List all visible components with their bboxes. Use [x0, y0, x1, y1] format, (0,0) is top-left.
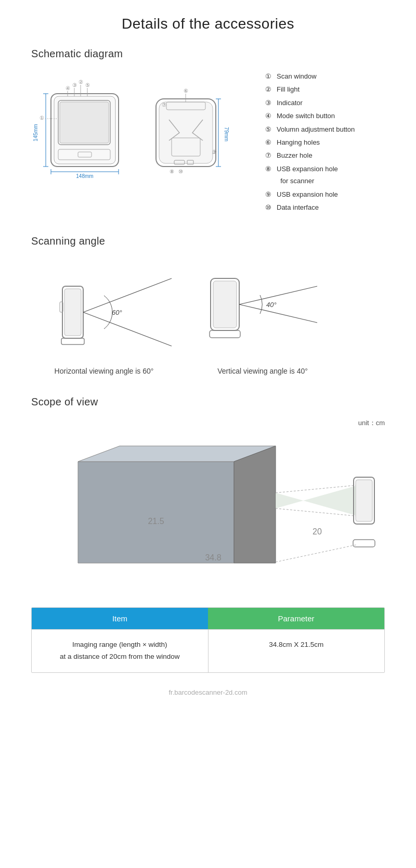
svg-text:145mm: 145mm [33, 124, 38, 141]
horizontal-angle-label: Horizontal viewing angle is 60° [55, 367, 154, 375]
svg-text:60°: 60° [112, 309, 122, 316]
device-back-view: 79mm ⑥ [146, 73, 218, 172]
svg-line-45 [83, 278, 172, 312]
front-view-svg: 145mm 148mm [31, 70, 130, 180]
svg-text:79mm: 79mm [224, 127, 229, 142]
svg-marker-56 [234, 446, 276, 563]
scope-section: Scope of view unit：cm 21.5 34.8 [31, 396, 385, 586]
horizontal-angle-item: 60° Horizontal viewing angle is 60° [31, 258, 177, 375]
part-item-10: ⑩ Data interface [265, 201, 385, 213]
part-item-7: ⑦ Buzzer hole [265, 149, 385, 161]
scope-svg: 21.5 34.8 20 [36, 430, 380, 586]
part-item-4: ④ Mode switch button [265, 110, 385, 122]
device-front-view: 145mm 148mm [31, 70, 130, 174]
part-item-2: ② Fill light [265, 83, 385, 95]
svg-line-52 [239, 304, 317, 323]
svg-text:⑦: ⑦ [162, 102, 166, 108]
table-row-1: Imaging range (length × width)at a dista… [32, 629, 384, 672]
svg-marker-54 [78, 462, 234, 563]
schematic-content: 145mm 148mm [31, 70, 385, 214]
svg-text:20: 20 [313, 527, 322, 536]
scope-title: Scope of view [31, 396, 385, 408]
schematic-title: Schematic diagram [31, 48, 385, 60]
svg-line-46 [83, 312, 172, 346]
horizontal-angle-svg: 60° [31, 258, 177, 362]
vertical-angle-item: 40° Vertical viewing angle is 40° [198, 258, 328, 375]
table-section: Item Parameter Imaging range (length × w… [31, 607, 385, 673]
back-view-svg: 79mm ⑥ [146, 73, 229, 182]
svg-line-66 [276, 545, 356, 562]
part-item-5: ⑤ Volumn adjustment button [265, 123, 385, 135]
svg-text:④: ④ [66, 85, 70, 91]
table-header-parameter: Parameter [208, 608, 384, 629]
svg-text:⑤: ⑤ [85, 82, 90, 88]
vertical-angle-label: Vertical viewing angle is 40° [217, 367, 308, 375]
data-table: Item Parameter Imaging range (length × w… [31, 607, 385, 673]
part-item-3: ③ Indicator [265, 97, 385, 109]
svg-text:⑧: ⑧ [170, 169, 174, 174]
scope-unit: unit：cm [31, 418, 385, 428]
angle-diagrams: 60° Horizontal viewing angle is 60° [31, 258, 385, 375]
table-cell-parameter: 34.8cm X 21.5cm [209, 630, 385, 672]
vertical-angle-svg: 40° [198, 258, 328, 362]
svg-rect-62 [353, 540, 375, 547]
scanning-section: Scanning angle [31, 235, 385, 375]
svg-rect-49 [213, 281, 237, 328]
scanning-title: Scanning angle [31, 235, 385, 247]
svg-rect-11 [60, 102, 109, 143]
svg-rect-42 [64, 289, 81, 336]
table-cell-item: Imaging range (length × width)at a dista… [32, 630, 209, 672]
part-item-8: ⑧ USB expansion hole for scanner [265, 163, 385, 187]
watermark: fr.barcodescanner-2d.com [31, 688, 385, 701]
diagrams-area: 145mm 148mm [31, 70, 255, 174]
svg-text:⑥: ⑥ [184, 88, 188, 94]
svg-text:34.8: 34.8 [205, 553, 221, 562]
svg-text:①: ① [40, 115, 44, 121]
svg-rect-44 [61, 338, 84, 344]
table-header-item: Item [32, 608, 208, 629]
page-title: Details of the accessories [31, 16, 385, 32]
svg-rect-61 [356, 480, 372, 521]
parts-list: ① Scan window ② Fill light ③ Indicator ④… [265, 70, 385, 214]
svg-text:148mm: 148mm [76, 173, 93, 179]
svg-line-51 [239, 286, 317, 304]
svg-text:③: ③ [72, 82, 77, 88]
svg-marker-57 [276, 485, 359, 516]
svg-text:40°: 40° [266, 301, 277, 309]
schematic-section: Schematic diagram 145mm [31, 48, 385, 214]
part-item-9: ⑨ USB expansion hole [265, 188, 385, 200]
part-item-1: ① Scan window [265, 70, 385, 82]
svg-rect-29 [159, 102, 213, 163]
svg-rect-50 [210, 330, 240, 338]
part-item-6: ⑥ Hanging holes [265, 136, 385, 148]
table-header: Item Parameter [32, 608, 384, 629]
svg-text:②: ② [79, 79, 83, 85]
svg-text:21.5: 21.5 [148, 517, 164, 526]
svg-text:⑩: ⑩ [178, 169, 183, 174]
